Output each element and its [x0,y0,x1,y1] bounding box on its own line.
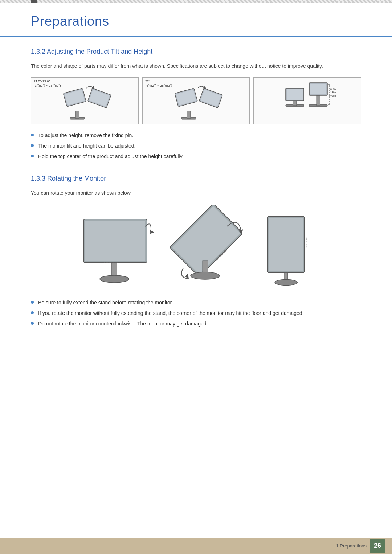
page-number: 26 [370,539,385,553]
section-132: 1.3.2 Adjusting the Product Tilt and Hei… [31,48,361,160]
svg-rect-15 [287,89,303,100]
section-132-bullets: To adjust the height, remove the fixing … [31,132,361,160]
svg-rect-3 [65,90,85,106]
top-decorative-bar [0,0,392,3]
monitor-landscape: SAMSUNG [76,212,156,292]
section-133-bullets: Be sure to fully extend the stand before… [31,299,361,328]
section-133-heading: 1.3.3 Rotating the Monitor [31,175,361,182]
svg-point-34 [191,272,220,279]
svg-text:130mm(-5mm~: 130mm(-5mm~ [330,91,336,94]
svg-rect-1 [75,111,79,118]
svg-point-28 [100,275,129,283]
tilt-diagram-1-svg [56,79,114,123]
bullet-dot [31,301,34,304]
bullet-item: Be sure to fully extend the stand before… [31,299,361,307]
monitor-rotating-svg: SAMSUNG [163,205,250,292]
monitor-rotating: SAMSUNG [163,205,250,292]
page-header: Preparations [0,3,392,37]
svg-rect-19 [310,84,326,94]
rotation-diagrams-row: SAMSUNG SAMSUNG [31,205,361,292]
tilt-diagram-1: 21.5"-23.6" -3°(±2°) ~ 25°(±2°) [31,77,139,124]
svg-rect-33 [203,261,208,274]
bullet-dot [31,322,34,325]
monitor-landscape-svg: SAMSUNG [76,212,156,292]
bullet-item: Do not rotate the monitor counterclockwi… [31,320,361,328]
main-content: 1.3.2 Adjusting the Product Tilt and Hei… [0,48,392,328]
svg-rect-38 [269,218,303,271]
bullet-dot [31,311,34,314]
footer-text: 1 Preparations [336,543,367,549]
bullet-dot [31,155,34,157]
bullet-item: If you rotate the monitor without fully … [31,309,361,317]
svg-rect-27 [111,263,117,275]
svg-rect-5 [89,90,110,107]
monitor-portrait-svg: SAMSUNG [258,212,316,292]
svg-rect-7 [187,111,191,118]
svg-rect-11 [200,90,221,107]
svg-text:+5mm): +5mm) [330,94,336,97]
monitor-portrait: SAMSUNG [258,212,316,292]
section-132-description: The color and shape of parts may differ … [31,62,361,70]
tilt-diagram-1-label: 21.5"-23.6" -3°(±2°) ~ 25°(±2°) [34,79,61,88]
bullet-item: Hold the top center of the product and a… [31,153,361,160]
section-133-description: You can rotate your monitor as shown bel… [31,189,361,197]
svg-text:SAMSUNG: SAMSUNG [305,236,308,248]
section-133: 1.3.3 Rotating the Monitor You can rotat… [31,175,361,327]
bullet-dot [31,144,34,147]
top-bar-accent [31,0,37,3]
height-diagram: 0~5mm ~ 130mm(-5mm~ +5mm) [253,77,361,124]
tilt-diagrams-row: 21.5"-23.6" -3°(±2°) ~ 25°(±2°) [31,77,361,124]
tilt-diagram-2-label: 27" -4°(±2°) ~ 25°(±2°) [145,79,172,88]
svg-rect-25 [85,221,145,261]
bullet-item: To adjust the height, remove the fixing … [31,132,361,139]
section-132-heading: 1.3.2 Adjusting the Product Tilt and Hei… [31,48,361,56]
page-footer: 1 Preparations 26 [0,538,392,554]
svg-marker-29 [148,230,154,235]
svg-point-41 [275,279,297,285]
tilt-diagram-2: 27" -4°(±2°) ~ 25°(±2°) [142,77,250,124]
svg-text:0~5mm ~: 0~5mm ~ [330,88,336,90]
height-diagram-svg: 0~5mm ~ 130mm(-5mm~ +5mm) [278,79,336,123]
page-title: Preparations [31,14,361,29]
tilt-diagram-2-svg [167,79,225,123]
bullet-dot [31,134,34,136]
bullet-item: The monitor tilt and height can be adjus… [31,142,361,150]
svg-rect-9 [176,90,196,106]
